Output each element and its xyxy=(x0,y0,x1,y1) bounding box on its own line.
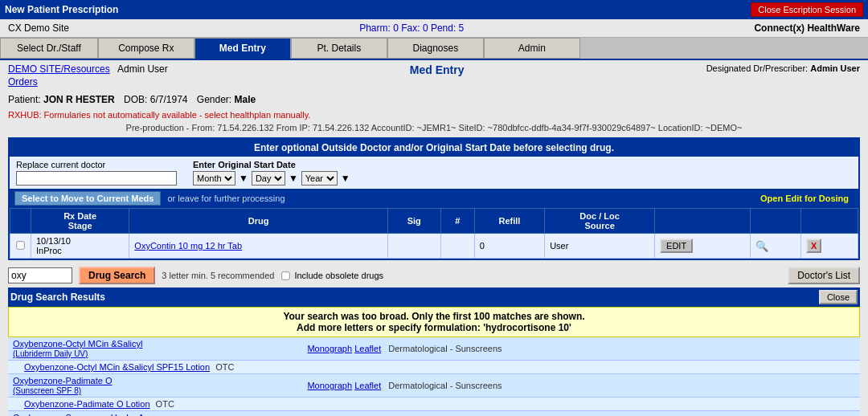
rx-col-edit xyxy=(655,209,750,234)
include-obsolete-label: Include obsolete drugs xyxy=(294,271,383,280)
outside-doctor-section: Enter optional Outside Doctor and/or Ori… xyxy=(8,137,860,260)
tab-compose-rx[interactable]: Compose Rx xyxy=(98,38,194,59)
start-date-container: Enter Original Start Date Month JanFebMa… xyxy=(193,160,350,186)
year-dropdown-icon: ▼ xyxy=(341,173,350,184)
table-row: 10/13/10 InProc OxyContin 10 mg 12 hr Ta… xyxy=(10,234,858,259)
otc-label-1: OTC xyxy=(156,399,174,409)
drug-category-0: Dermatological - Sunscreens xyxy=(388,344,502,353)
doctors-list-button[interactable]: Doctor's List xyxy=(788,267,860,284)
rx-col-search xyxy=(750,209,801,234)
tab-pt-details[interactable]: Pt. Details xyxy=(291,38,387,59)
tab-med-entry[interactable]: Med Entry xyxy=(194,38,291,59)
close-results-button[interactable]: Close xyxy=(819,290,858,304)
replace-doctor-container: Replace current doctor xyxy=(16,160,177,186)
patient-label: Patient: xyxy=(8,94,41,105)
open-edit-label: Open Edit for Dosing xyxy=(755,192,854,205)
x-button[interactable]: X xyxy=(806,239,821,253)
row-edit-cell: EDIT xyxy=(655,234,750,259)
drug-result-link-0-sub[interactable]: (Lubriderm Daily UV) xyxy=(13,349,88,358)
rx-col-x xyxy=(801,209,858,234)
year-select[interactable]: Year xyxy=(301,171,338,186)
rx-table: Rx DateStage Drug Sig # Refill Doc / Loc… xyxy=(10,208,858,259)
designated-prescriber: Designated Dr/Prescriber: Admin User xyxy=(706,63,860,73)
row-refill-cell: 0 xyxy=(474,234,544,259)
rx-col-refill: Refill xyxy=(474,209,544,234)
row-stage: InProc xyxy=(36,246,62,255)
tab-diagnoses[interactable]: Diagnoses xyxy=(387,38,484,59)
drug-result-links-cell-0: Monograph Leaflet Dermatological - Sunsc… xyxy=(302,337,860,361)
row-date: 10/13/10 xyxy=(36,236,71,246)
drug-search-results-header: Drug Search Results Close xyxy=(8,288,860,307)
demo-site-link[interactable]: DEMO SITE/Resources xyxy=(8,63,110,75)
results-header-label: Drug Search Results xyxy=(10,292,105,303)
monograph-link-0[interactable]: Monograph xyxy=(307,344,352,353)
orders-link[interactable]: Orders xyxy=(8,76,38,88)
magnify-button[interactable]: 🔍 xyxy=(755,240,768,252)
rx-col-sig: Sig xyxy=(387,209,440,234)
move-to-meds-bar: Select to Move to Current Meds or leave … xyxy=(10,189,858,208)
tab-admin[interactable]: Admin xyxy=(484,38,580,59)
pharmacy-info-link[interactable]: Pharm: 0 Fax: 0 Pend: 5 xyxy=(359,22,464,34)
drug-sub-name-cell-1: Oxybenzone-Padimate O Lotion OTC xyxy=(8,398,860,411)
row-x-cell: X xyxy=(801,234,858,259)
monograph-link-1[interactable]: Monograph xyxy=(307,381,352,390)
row-count-cell xyxy=(440,234,474,259)
drug-result-link-2-main[interactable]: Oxybenzone-Sunscreen-Hyalur Ac xyxy=(13,413,149,416)
pharmacy-info-container: Pharm: 0 Fax: 0 Pend: 5 xyxy=(359,22,464,34)
rx-col-hash: # xyxy=(440,209,474,234)
drug-result-name-cell-1: Oxybenzone-Padimate O (Sunscreen SPF 8) xyxy=(8,374,302,398)
rx-col-check xyxy=(10,209,31,234)
rx-col-date: Rx DateStage xyxy=(31,209,129,234)
row-drug-link[interactable]: OxyContin 10 mg 12 hr Tab xyxy=(134,241,242,251)
window-title: New Patient Prescription xyxy=(5,4,118,15)
page-header: DEMO SITE/Resources Admin User Orders Me… xyxy=(0,60,868,91)
drug-result-links-cell-1: Monograph Leaflet Dermatological - Sunsc… xyxy=(302,374,860,398)
site-name: CX Demo Site xyxy=(8,22,69,34)
connect-label: Connect(x) HealthWare xyxy=(754,22,860,34)
drug-result-link-1-main[interactable]: Oxybenzone-Padimate O xyxy=(13,376,113,385)
admin-user-label: Admin User xyxy=(117,63,168,75)
designated-user: Admin User xyxy=(810,63,860,73)
top-bar: CX Demo Site Pharm: 0 Fax: 0 Pend: 5 Con… xyxy=(0,19,868,38)
include-obsolete-container: Include obsolete drugs xyxy=(280,271,383,281)
patient-name: JON R HESTER xyxy=(43,94,115,105)
day-dropdown-icon: ▼ xyxy=(289,173,298,184)
start-date-label: Enter Original Start Date xyxy=(193,160,350,169)
tab-select-dr-staff[interactable]: Select Dr./Staff xyxy=(0,38,98,59)
drug-sub-link-0[interactable]: Oxybenzone-Octyl MCin &Salicyl SPF15 Lot… xyxy=(24,362,210,372)
day-select[interactable]: Day xyxy=(252,171,285,186)
dob-label: DOB: xyxy=(124,94,147,105)
drug-result-row-1: Oxybenzone-Padimate O (Sunscreen SPF 8) … xyxy=(8,374,860,398)
leaflet-link-1[interactable]: Leaflet xyxy=(354,381,381,390)
drug-search-input[interactable]: oxy xyxy=(8,267,72,283)
row-magnify-cell: 🔍 xyxy=(750,234,801,259)
month-dropdown-icon: ▼ xyxy=(239,173,248,184)
outside-doctor-header: Enter optional Outside Doctor and/or Ori… xyxy=(10,139,858,157)
drug-search-results: Drug Search Results Close Your search wa… xyxy=(8,288,860,416)
drug-search-button[interactable]: Drug Search xyxy=(79,267,155,284)
drug-sub-link-1[interactable]: Oxybenzone-Padimate O Lotion xyxy=(24,399,150,409)
row-checkbox[interactable] xyxy=(16,241,24,249)
move-to-meds-button[interactable]: Select to Move to Current Meds xyxy=(14,191,161,206)
rx-col-drug: Drug xyxy=(129,209,387,234)
leaflet-link-0[interactable]: Leaflet xyxy=(354,344,381,353)
main-content: Enter optional Outside Doctor and/or Ori… xyxy=(0,134,868,416)
or-text: or leave for further processing xyxy=(167,194,285,203)
search-too-broad: Your search was too broad. Only the firs… xyxy=(8,307,860,337)
preproduction-note: Pre-production - From: 71.54.226.132 Fro… xyxy=(0,121,868,134)
row-source-cell: User xyxy=(545,234,655,259)
edit-button[interactable]: EDIT xyxy=(660,239,693,253)
month-select[interactable]: Month JanFebMar AprMayJun JulAugSep OctN… xyxy=(193,171,235,186)
close-session-button[interactable]: Close Escription Session xyxy=(751,2,863,17)
rxhub-note: RXHUB: Formularies not automatically ava… xyxy=(0,108,868,121)
drug-result-link-1-sub[interactable]: (Sunscreen SPF 8) xyxy=(13,386,81,395)
drug-search-row: oxy Drug Search 3 letter min. 5 recommen… xyxy=(8,263,860,288)
nav-tabs-container: Select Dr./Staff Compose Rx Med Entry Pt… xyxy=(0,38,868,60)
drug-results-table: Oxybenzone-Octyl MCin &Salicyl (Lubrider… xyxy=(8,337,860,416)
include-obsolete-checkbox[interactable] xyxy=(282,271,290,279)
rx-col-source: Doc / LocSource xyxy=(545,209,655,234)
replace-doctor-input[interactable] xyxy=(16,171,177,186)
row-sig-cell xyxy=(387,234,440,259)
drug-result-link-0-main[interactable]: Oxybenzone-Octyl MCin &Salicyl xyxy=(13,339,142,349)
patient-gender: Male xyxy=(235,94,256,105)
